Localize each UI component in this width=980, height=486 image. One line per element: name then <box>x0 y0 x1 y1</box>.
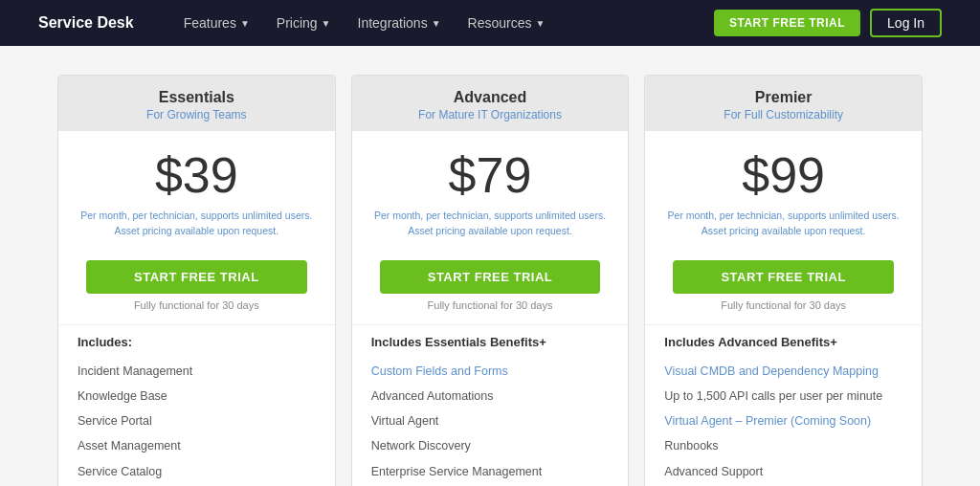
plan-subtitle: For Full Customizability <box>660 108 906 122</box>
trial-note: Fully functional for 30 days <box>352 299 629 311</box>
features-title: Includes: <box>78 335 316 349</box>
plan-header: Essentials For Growing Teams <box>58 76 335 131</box>
pricing-grid: Essentials For Growing Teams $39 Per mon… <box>57 75 923 486</box>
plan-subtitle: For Mature IT Organizations <box>368 108 613 122</box>
nav-pricing[interactable]: Pricing ▼ <box>265 10 343 36</box>
pricing-dropdown-icon: ▼ <box>322 18 331 29</box>
resources-dropdown-icon: ▼ <box>536 18 546 29</box>
feature-item: Service Portal <box>78 409 316 433</box>
plan-header: Premier For Full Customizability <box>645 76 922 131</box>
plan-card-essentials: Essentials For Growing Teams $39 Per mon… <box>57 75 336 486</box>
features-dropdown-icon: ▼ <box>240 18 250 29</box>
main-content: Essentials For Growing Teams $39 Per mon… <box>0 46 980 486</box>
plan-card-premier: Premier For Full Customizability $99 Per… <box>644 75 923 486</box>
nav-resources[interactable]: Resources ▼ <box>457 10 557 36</box>
plan-price-section: $39 Per month, per technician, supports … <box>58 131 335 249</box>
feature-item: Advanced Automations <box>371 384 610 409</box>
feature-item: Advanced Support <box>664 459 902 484</box>
plan-name: Premier <box>660 89 906 106</box>
plan-name: Essentials <box>74 89 320 106</box>
feature-item: Runbooks <box>664 433 902 458</box>
nav-brand: Service Desk <box>38 14 134 32</box>
plan-trial-button[interactable]: START FREE TRIAL <box>380 260 601 294</box>
feature-item: Enterprise Service Management <box>371 459 610 484</box>
plan-price: $39 <box>78 148 316 203</box>
nav-links: Features ▼ Pricing ▼ Integrations ▼ Reso… <box>172 10 714 36</box>
nav-trial-button[interactable]: START FREE TRIAL <box>714 10 860 36</box>
plan-price: $99 <box>664 148 902 203</box>
nav-features[interactable]: Features ▼ <box>172 10 261 36</box>
plan-header: Advanced For Mature IT Organizations <box>352 76 629 131</box>
feature-item: Service Catalog <box>78 459 316 484</box>
trial-note: Fully functional for 30 days <box>58 299 335 311</box>
feature-item: Asset Management <box>78 433 316 458</box>
plan-price-section: $79 Per month, per technician, supports … <box>352 131 629 249</box>
plan-price-desc: Per month, per technician, supports unli… <box>664 209 902 239</box>
integrations-dropdown-icon: ▼ <box>432 18 441 29</box>
plan-trial-button[interactable]: START FREE TRIAL <box>673 260 894 294</box>
nav-login-button[interactable]: Log In <box>870 9 942 37</box>
plan-card-advanced: Advanced For Mature IT Organizations $79… <box>351 75 630 486</box>
plan-name: Advanced <box>368 89 613 106</box>
features-title: Includes Advanced Benefits+ <box>664 335 902 349</box>
plan-price: $79 <box>371 148 610 203</box>
plan-price-desc: Per month, per technician, supports unli… <box>78 209 316 239</box>
feature-item: Virtual Agent <box>371 409 610 433</box>
features-title: Includes Essentials Benefits+ <box>371 335 610 349</box>
plan-price-desc: Per month, per technician, supports unli… <box>371 209 610 239</box>
plan-features: Includes Essentials Benefits+ Custom Fie… <box>352 324 629 486</box>
plan-features: Includes Advanced Benefits+ Visual CMDB … <box>645 324 922 486</box>
feature-item: Visual CMDB and Dependency Mapping <box>664 359 902 384</box>
plan-features: Includes: Incident ManagementKnowledge B… <box>58 324 335 486</box>
feature-item: Knowledge Base <box>78 384 316 409</box>
plan-price-section: $99 Per month, per technician, supports … <box>645 131 922 249</box>
feature-item: Custom Fields and Forms <box>371 359 610 384</box>
navbar: Service Desk Features ▼ Pricing ▼ Integr… <box>0 0 980 46</box>
trial-note: Fully functional for 30 days <box>645 299 922 311</box>
plan-subtitle: For Growing Teams <box>74 108 320 122</box>
feature-item: Incident Management <box>78 359 316 384</box>
nav-right: START FREE TRIAL Log In <box>714 9 942 37</box>
nav-integrations[interactable]: Integrations ▼ <box>346 10 453 36</box>
feature-item: Network Discovery <box>371 433 610 458</box>
feature-item: Up to 1,500 API calls per user per minut… <box>664 384 902 409</box>
feature-item: Virtual Agent – Premier (Coming Soon) <box>664 409 902 433</box>
plan-trial-button[interactable]: START FREE TRIAL <box>86 260 307 294</box>
